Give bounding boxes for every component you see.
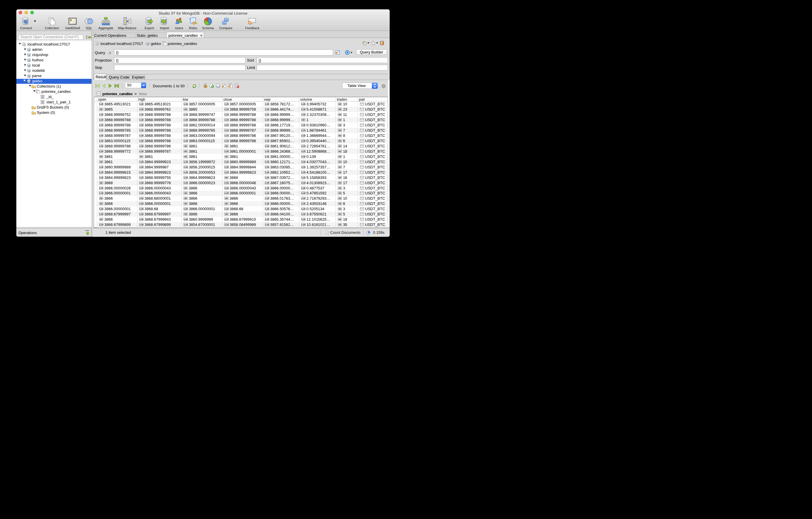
svg-text:#: #	[326, 232, 328, 235]
